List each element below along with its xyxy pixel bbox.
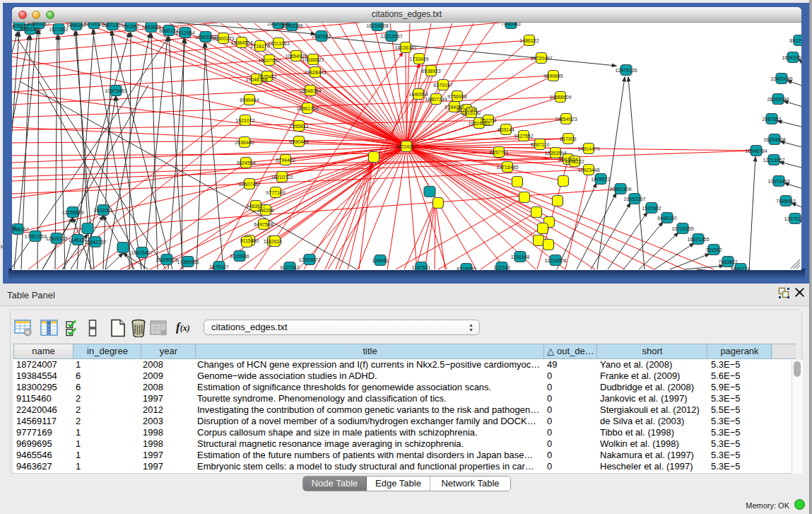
svg-text:1486322: 1486322 xyxy=(519,38,539,43)
svg-text:7955812: 7955812 xyxy=(289,124,308,129)
svg-text:10719155: 10719155 xyxy=(671,226,693,231)
svg-text:12923448: 12923448 xyxy=(577,168,599,173)
svg-text:10653267: 10653267 xyxy=(28,23,49,26)
svg-text:10973493: 10973493 xyxy=(105,88,126,93)
svg-text:7485063: 7485063 xyxy=(501,23,520,26)
svg-text:12093872: 12093872 xyxy=(298,257,320,262)
svg-text:18807249: 18807249 xyxy=(425,97,447,102)
svg-text:10653267: 10653267 xyxy=(623,197,645,201)
svg-text:12213957: 12213957 xyxy=(763,158,784,163)
svg-text:1621072: 1621072 xyxy=(235,118,254,123)
svg-text:9777169: 9777169 xyxy=(266,190,285,195)
svg-text:3933001: 3933001 xyxy=(93,208,112,213)
svg-text:14914479: 14914479 xyxy=(577,146,599,151)
svg-text:12353594: 12353594 xyxy=(544,151,566,156)
svg-text:20691406: 20691406 xyxy=(19,27,41,32)
svg-text:2087652: 2087652 xyxy=(312,34,331,39)
svg-text:16961758: 16961758 xyxy=(296,106,318,111)
svg-text:6990448: 6990448 xyxy=(289,139,308,144)
svg-text:6466160: 6466160 xyxy=(657,216,676,221)
svg-text:9463627: 9463627 xyxy=(246,204,265,209)
svg-text:15720407: 15720407 xyxy=(530,56,552,61)
svg-text:10958167: 10958167 xyxy=(12,227,29,232)
svg-text:16671355: 16671355 xyxy=(101,23,123,28)
svg-text:8660124: 8660124 xyxy=(731,267,750,271)
svg-text:19654923: 19654923 xyxy=(555,117,577,122)
svg-text:14136141: 14136141 xyxy=(394,45,416,50)
svg-text:20691406: 20691406 xyxy=(609,187,631,192)
svg-text:2087652: 2087652 xyxy=(762,117,781,122)
svg-text:1615132: 1615132 xyxy=(461,110,481,115)
svg-text:8990444: 8990444 xyxy=(240,98,259,103)
svg-text:16548784: 16548784 xyxy=(299,88,321,93)
svg-text:28053346: 28053346 xyxy=(767,97,789,102)
svg-text:8912954: 8912954 xyxy=(789,38,801,43)
svg-text:7663822: 7663822 xyxy=(141,25,160,30)
svg-text:7485063: 7485063 xyxy=(776,199,795,204)
svg-text:10973493: 10973493 xyxy=(767,179,789,184)
svg-text:9899695: 9899695 xyxy=(543,74,563,78)
svg-text:8267110: 8267110 xyxy=(531,142,550,147)
svg-text:1405572: 1405572 xyxy=(591,177,610,182)
svg-text:1640954: 1640954 xyxy=(408,92,428,97)
svg-text:6497568: 6497568 xyxy=(254,222,273,227)
svg-text:9129966: 9129966 xyxy=(230,254,249,259)
svg-text:1733426: 1733426 xyxy=(409,57,428,62)
svg-text:13716485: 13716485 xyxy=(496,165,518,170)
svg-text:12156829: 12156829 xyxy=(61,210,83,215)
svg-text:1575107: 1575107 xyxy=(209,264,228,269)
svg-text:12975135: 12975135 xyxy=(784,216,801,221)
svg-text:2036440: 2036440 xyxy=(235,140,254,145)
svg-text:19166827: 19166827 xyxy=(302,57,324,62)
svg-text:22428443: 22428443 xyxy=(304,70,326,75)
svg-text:3624554: 3624554 xyxy=(236,160,255,165)
svg-text:803144: 803144 xyxy=(498,127,514,132)
svg-text:9657791: 9657791 xyxy=(489,150,508,155)
svg-text:16543362: 16543362 xyxy=(782,55,801,60)
svg-text:17359936: 17359936 xyxy=(177,259,199,264)
svg-text:817006: 817006 xyxy=(560,136,576,141)
svg-text:4498222: 4498222 xyxy=(565,159,584,164)
svg-text:7663822: 7663822 xyxy=(718,259,737,264)
svg-text:28053346: 28053346 xyxy=(281,23,302,28)
svg-text:18724007: 18724007 xyxy=(395,144,417,149)
svg-text:7625402: 7625402 xyxy=(257,74,276,79)
svg-text:8215955: 8215955 xyxy=(457,267,476,271)
svg-text:9427552: 9427552 xyxy=(514,134,533,139)
svg-text:12505135: 12505135 xyxy=(45,236,67,241)
svg-text:122343: 122343 xyxy=(493,265,510,270)
svg-text:1527602: 1527602 xyxy=(49,27,68,32)
svg-text:12218506: 12218506 xyxy=(544,258,566,263)
svg-text:16107552: 16107552 xyxy=(258,58,280,63)
svg-text:8912954: 8912954 xyxy=(175,30,194,35)
svg-text:16210722: 16210722 xyxy=(271,175,293,180)
svg-text:22420046: 22420046 xyxy=(770,76,792,81)
svg-text:20206575: 20206575 xyxy=(155,257,177,262)
svg-text:751552: 751552 xyxy=(705,247,722,252)
svg-text:751552: 751552 xyxy=(122,24,139,29)
svg-text:1167531: 1167531 xyxy=(412,265,431,270)
svg-text:19384554: 19384554 xyxy=(230,40,252,45)
svg-text:8938923: 8938923 xyxy=(421,69,440,74)
svg-text:252254: 252254 xyxy=(480,118,496,123)
svg-text:16548784: 16548784 xyxy=(745,148,767,153)
svg-text:12213363: 12213363 xyxy=(267,41,289,46)
svg-text:9756928: 9756928 xyxy=(447,94,466,99)
svg-text:9115460: 9115460 xyxy=(240,238,259,243)
svg-text:12213957: 12213957 xyxy=(380,34,402,39)
svg-text:10975467: 10975467 xyxy=(131,250,153,255)
svg-text:1162615: 1162615 xyxy=(264,239,283,244)
svg-text:124441: 124441 xyxy=(372,258,388,263)
svg-text:6794402: 6794402 xyxy=(276,158,295,163)
svg-text:10607487: 10607487 xyxy=(238,182,260,187)
svg-text:1151548: 1151548 xyxy=(511,255,530,259)
svg-text:12975135: 12975135 xyxy=(615,68,637,73)
svg-text:6379197: 6379197 xyxy=(433,83,452,88)
svg-text:9227342: 9227342 xyxy=(280,265,299,270)
svg-text:17957253: 17957253 xyxy=(24,234,46,239)
svg-text:1527602: 1527602 xyxy=(642,206,661,211)
svg-text:16154808: 16154808 xyxy=(366,23,388,28)
svg-text:746266: 746266 xyxy=(257,208,273,213)
svg-text:12942737: 12942737 xyxy=(84,240,106,245)
svg-text:16671355: 16671355 xyxy=(687,237,709,242)
